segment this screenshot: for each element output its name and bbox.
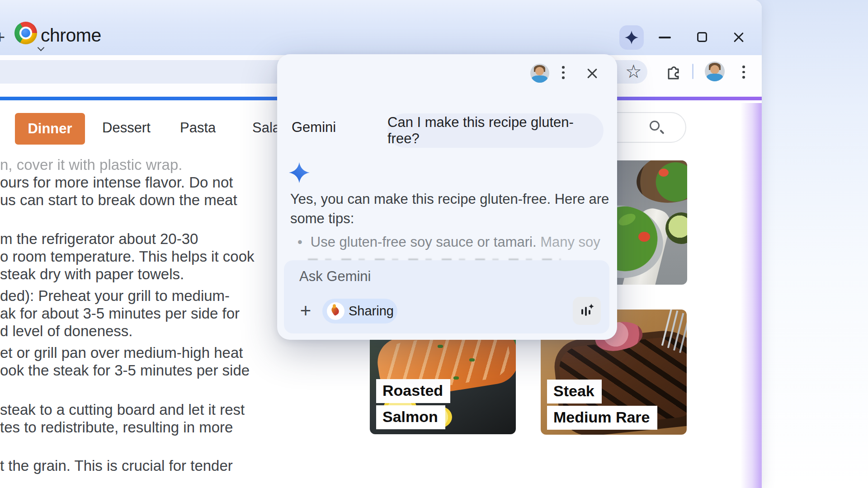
gemini-response-bullet: •Use gluten-free soy sauce or tamari. Ma…: [297, 234, 596, 250]
article-text-line: us can start to break down the meat: [0, 192, 237, 209]
avatar-shirt: [532, 75, 547, 83]
sharing-chip-label: Sharing: [349, 304, 394, 319]
tab-dessert[interactable]: Dessert: [102, 120, 151, 136]
avatar-face: [710, 65, 719, 74]
gemini-panel-title: Gemini: [292, 119, 336, 136]
article-text-line: o room temperature. This helps it cook: [0, 248, 254, 265]
bullet-rest-text: Many soy: [537, 234, 600, 250]
herb-garnish: [438, 345, 443, 348]
gemini-sparkle-icon: [625, 31, 638, 44]
bullet-lead-text: Use gluten-free soy sauce or tamari.: [311, 234, 537, 250]
gemini-response-line: Yes, you can make this recipe gluten-fre…: [290, 191, 609, 207]
site-favicon: [327, 302, 344, 320]
minimize-button[interactable]: [659, 37, 671, 38]
article-text-line: ook the steak for 3-5 minutes per side: [0, 362, 250, 379]
salad-bowl: [632, 160, 687, 209]
article-text-line: ak for about 3-5 minutes per side for: [0, 305, 240, 322]
article-text-line: ours for more intense flavor. Do not: [0, 174, 233, 191]
article-text-line: et or grill pan over medium-high heat: [0, 344, 243, 361]
extensions-puzzle-icon[interactable]: [665, 63, 681, 81]
close-window-button[interactable]: [733, 32, 745, 43]
card-label-stack: Roasted Salmon: [376, 377, 450, 429]
browser-menu-kebab-icon[interactable]: [742, 66, 745, 81]
gemini-panel: Gemini Can I make this recipe gluten-fre…: [277, 54, 617, 340]
article-text-line: steak dry with paper towels.: [0, 266, 184, 283]
card-label: Medium Rare: [547, 406, 657, 430]
article-text-line: m the refrigerator about 20-30: [0, 230, 198, 248]
gemini-live-icon: [579, 303, 595, 319]
article-text-line: ded): Preheat your grill to medium-: [0, 287, 230, 305]
card-label: Salmon: [376, 405, 445, 429]
salad-tomato: [659, 169, 669, 177]
profile-avatar[interactable]: [705, 61, 725, 81]
roasted-salmon-card: Roasted Salmon: [370, 327, 516, 434]
card-label-stack: Steak Medium Rare: [547, 377, 657, 430]
window-titlebar: + chrome: [0, 0, 762, 55]
avatar-face: [535, 67, 544, 75]
gemini-response-sparkle-icon: [289, 162, 310, 183]
article-text-line: steak to a cutting board and let it rest: [0, 401, 245, 418]
card-label: Roasted: [376, 379, 450, 403]
user-message-bubble: Can I make this recipe gluten-free?: [387, 113, 604, 148]
card-label: Steak: [547, 380, 602, 404]
chrome-logo-icon: [14, 22, 37, 44]
article-text-line: n, cover it with plastic wrap.: [0, 156, 182, 174]
gemini-input-box[interactable]: Ask Gemini + Sharing: [284, 260, 609, 333]
gemini-response-text: Yes, you can make this recipe gluten-fre…: [290, 189, 613, 228]
herb-garnish: [469, 358, 475, 361]
bullet-icon: •: [297, 234, 302, 250]
gemini-input-placeholder[interactable]: Ask Gemini: [299, 268, 371, 285]
gemini-panel-menu-kebab-icon[interactable]: [562, 66, 564, 82]
bookmark-star-icon[interactable]: ☆: [625, 58, 642, 85]
herb-garnish: [453, 376, 459, 380]
chrome-logo-center: [21, 28, 30, 38]
article-text-line: d level of doneness.: [0, 323, 133, 340]
tab-pasta[interactable]: Pasta: [180, 120, 216, 136]
toolbar-separator: [692, 64, 693, 79]
gemini-response-line: some tips:: [290, 211, 354, 226]
chrome-brand-label: chrome: [41, 25, 101, 46]
gemini-panel-header: Gemini: [277, 54, 617, 95]
sharing-context-chip[interactable]: Sharing: [322, 299, 397, 324]
gemini-live-voice-button[interactable]: [573, 297, 601, 325]
article-text-line: t the grain. This is crucial for tender: [0, 457, 233, 474]
chevron-down-icon[interactable]: [38, 45, 44, 51]
gemini-panel-close-icon[interactable]: [586, 67, 598, 79]
gemini-account-avatar[interactable]: [530, 64, 549, 83]
search-icon: [650, 121, 660, 131]
salad-tomato: [638, 232, 650, 242]
attach-plus-button[interactable]: +: [296, 301, 316, 321]
maximize-button[interactable]: [697, 32, 707, 42]
article-text-line: tes to redistribute, resulting in more: [0, 419, 233, 436]
favicon-swoosh-icon: [330, 305, 340, 316]
new-tab-icon[interactable]: +: [0, 27, 5, 47]
gemini-titlebar-button[interactable]: [619, 25, 644, 50]
tab-dinner[interactable]: Dinner: [15, 113, 85, 145]
